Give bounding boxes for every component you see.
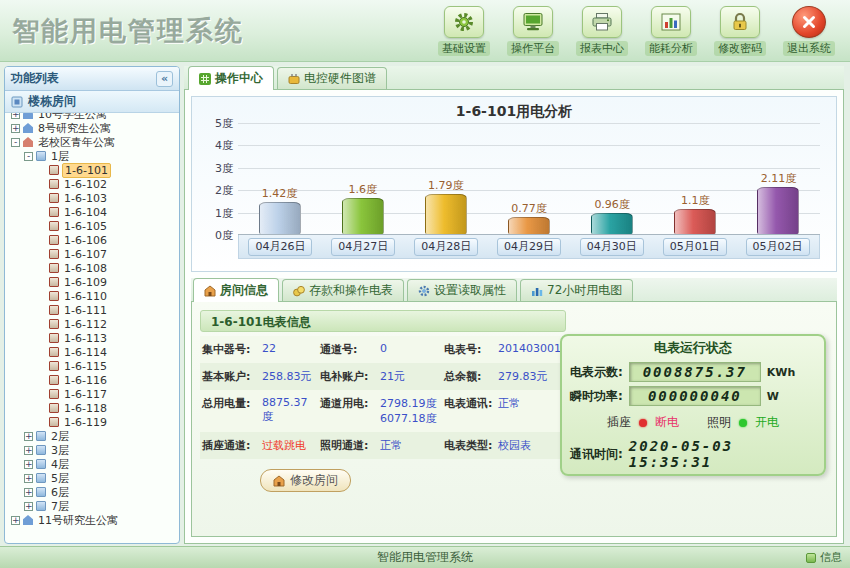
x-axis-cell: 04月28日 — [405, 238, 488, 256]
sidebar-section-buildings[interactable]: 楼栋房间 — [5, 91, 179, 113]
tree-item[interactable]: 1-6-119 — [8, 415, 179, 429]
tree-item[interactable]: 1-6-109 — [8, 275, 179, 289]
tree-item[interactable]: 1-6-116 — [8, 373, 179, 387]
tab-room-info-label: 房间信息 — [220, 282, 268, 299]
expand-toggle-icon[interactable]: + — [24, 432, 33, 441]
operation-platform-button[interactable]: 操作平台 — [502, 6, 564, 56]
chart-bar-group: 1.79度 — [404, 123, 487, 234]
room-icon — [49, 361, 59, 371]
room-info-panel: 1-6-101电表信息 集中器号:22通道号:0电表号:201403001021… — [191, 302, 837, 537]
tree-item-label: 4层 — [49, 457, 71, 472]
tree-item[interactable]: +6层 — [8, 485, 179, 499]
tab-hardware-map[interactable]: 电控硬件图谱 — [277, 67, 387, 89]
field-label: 总用电量: — [200, 390, 260, 432]
tab-deposit-meter[interactable]: 存款和操作电表 — [282, 279, 404, 301]
exit-system-button[interactable]: 退出系统 — [778, 6, 840, 56]
collapse-toggle-icon[interactable]: - — [11, 138, 20, 147]
collapse-toggle-icon[interactable]: - — [24, 152, 33, 161]
tree-item[interactable]: 1-6-111 — [8, 303, 179, 317]
tree-item[interactable]: 1-6-101 — [8, 163, 179, 177]
tree-item[interactable]: 1-6-115 — [8, 359, 179, 373]
expand-toggle-icon[interactable]: + — [11, 516, 20, 525]
room-icon — [49, 375, 59, 385]
tree-item[interactable]: +3层 — [8, 443, 179, 457]
tree-item[interactable]: 1-6-118 — [8, 401, 179, 415]
room-icon — [49, 263, 59, 273]
room-icon — [49, 333, 59, 343]
tree-item[interactable]: 1-6-104 — [8, 205, 179, 219]
tab-room-info[interactable]: 房间信息 — [193, 278, 279, 302]
field-label: 集中器号: — [200, 336, 260, 363]
tab-hardware-map-label: 电控硬件图谱 — [304, 70, 376, 87]
tree-item[interactable]: +11号研究生公寓 — [8, 513, 179, 527]
tree-item-label: 7层 — [49, 499, 71, 514]
bar-value-label: 2.11度 — [761, 171, 797, 186]
floor-icon — [36, 487, 46, 497]
chart-bar-group: 0.77度 — [487, 123, 570, 234]
gear-icon — [444, 6, 484, 38]
tab-operation-center[interactable]: 操作中心 — [188, 66, 274, 90]
tree-item[interactable]: 1-6-107 — [8, 247, 179, 261]
tree-item[interactable]: -老校区青年公寓 — [8, 135, 179, 149]
room-icon — [49, 347, 59, 357]
change-password-label: 修改密码 — [714, 41, 766, 56]
tree-item-label: 1-6-104 — [62, 206, 109, 219]
energy-analysis-button[interactable]: 能耗分析 — [640, 6, 702, 56]
exit-system-label: 退出系统 — [783, 41, 835, 56]
tree-item[interactable]: 1-6-110 — [8, 289, 179, 303]
modify-room-button[interactable]: 修改房间 — [260, 469, 351, 492]
tree-item[interactable]: +7层 — [8, 499, 179, 513]
tree-item[interactable]: 1-6-108 — [8, 261, 179, 275]
tree-item[interactable]: 1-6-102 — [8, 177, 179, 191]
tree-item[interactable]: +8号研究生公寓 — [8, 121, 179, 135]
x-axis-label: 04月30日 — [580, 238, 644, 256]
tree-item[interactable]: 1-6-112 — [8, 317, 179, 331]
expand-toggle-icon[interactable]: + — [24, 488, 33, 497]
tree-item[interactable]: -1层 — [8, 149, 179, 163]
tree-item[interactable]: +2层 — [8, 429, 179, 443]
info-status-button[interactable]: 信息 — [806, 550, 842, 565]
y-tick-label: 4度 — [203, 138, 233, 153]
tab-read-properties[interactable]: 设置读取属性 — [407, 279, 517, 301]
x-axis-label: 04月28日 — [414, 238, 478, 256]
room-icon — [49, 417, 59, 427]
tree-item-label: 1-6-112 — [62, 318, 109, 331]
tree-item[interactable]: 1-6-113 — [8, 331, 179, 345]
change-password-button[interactable]: 修改密码 — [709, 6, 771, 56]
expand-toggle-icon[interactable]: + — [24, 446, 33, 455]
expand-toggle-icon[interactable]: + — [24, 460, 33, 469]
info-icon — [806, 553, 816, 563]
tree-item[interactable]: +5层 — [8, 471, 179, 485]
x-axis-label: 04月26日 — [248, 238, 312, 256]
basic-settings-button[interactable]: 基础设置 — [433, 6, 495, 56]
field-label: 插座通道: — [200, 432, 260, 459]
x-axis-cell: 05月02日 — [736, 238, 819, 256]
expand-toggle-icon[interactable]: + — [11, 124, 20, 133]
main-tab-bar: 操作中心 电控硬件图谱 — [184, 66, 844, 90]
tree-item[interactable]: 1-6-117 — [8, 387, 179, 401]
room-icon — [49, 193, 59, 203]
room-icon — [49, 319, 59, 329]
energy-analysis-label: 能耗分析 — [645, 41, 697, 56]
expand-toggle-icon[interactable]: + — [24, 502, 33, 511]
collapse-sidebar-button[interactable]: « — [156, 71, 173, 87]
floor-icon — [36, 431, 46, 441]
main-panel: 操作中心 电控硬件图谱 1-6-101用电分析 5度 4度 3度 2度 1度 0… — [184, 66, 844, 544]
tree-item[interactable]: 1-6-114 — [8, 345, 179, 359]
meter-reading-row: 电表示数: 0008875.37 KWh — [570, 362, 816, 382]
comm-time-value: 2020-05-03 15:35:31 — [629, 438, 816, 470]
expand-toggle-icon[interactable]: + — [24, 474, 33, 483]
tab-72h-usage[interactable]: 72小时用电图 — [520, 279, 633, 301]
tree-item[interactable]: 1-6-105 — [8, 219, 179, 233]
tree-item[interactable]: 1-6-103 — [8, 191, 179, 205]
sidebar: 功能列表 « 楼栋房间 +10号学生公寓+8号研究生公寓-老校区青年公寓-1层1… — [4, 66, 180, 544]
tree-item-label: 1层 — [49, 149, 71, 164]
chart-columns: 1.42度1.6度1.79度0.77度0.96度1.1度2.11度 — [238, 123, 820, 234]
tree-item[interactable]: +4层 — [8, 457, 179, 471]
room-icon — [49, 221, 59, 231]
tree-item-label: 1-6-108 — [62, 262, 109, 275]
gear-small-icon — [418, 285, 430, 297]
tree-item[interactable]: 1-6-106 — [8, 233, 179, 247]
expand-toggle-icon[interactable]: + — [11, 113, 20, 119]
report-center-button[interactable]: 报表中心 — [571, 6, 633, 56]
